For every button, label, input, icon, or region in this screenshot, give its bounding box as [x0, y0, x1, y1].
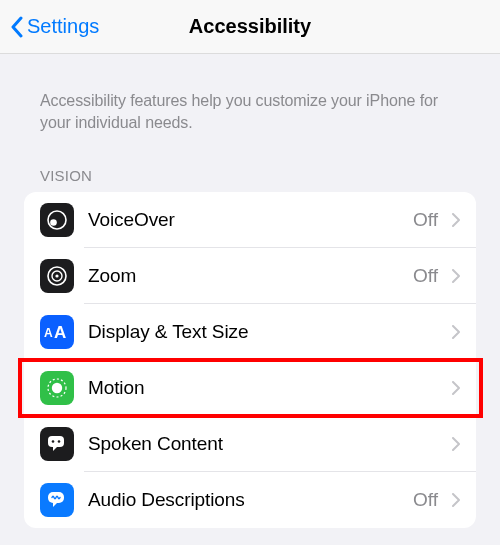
row-audio-descriptions[interactable]: Audio Descriptions Off [24, 472, 476, 528]
svg-point-4 [55, 275, 58, 278]
section-header-vision: VISION [0, 133, 500, 192]
chevron-right-icon [452, 325, 460, 339]
voiceover-icon [40, 203, 74, 237]
chevron-right-icon [452, 269, 460, 283]
zoom-icon [40, 259, 74, 293]
spoken-icon [40, 427, 74, 461]
row-value: Off [413, 209, 442, 231]
row-value: Off [413, 265, 442, 287]
svg-rect-9 [48, 436, 64, 447]
row-motion[interactable]: Motion [24, 360, 476, 416]
svg-point-10 [52, 440, 55, 443]
page-description: Accessibility features help you customiz… [0, 54, 500, 133]
chevron-left-icon [10, 16, 23, 38]
back-label: Settings [27, 15, 99, 38]
chevron-right-icon [452, 493, 460, 507]
svg-point-0 [48, 211, 66, 229]
row-voiceover[interactable]: VoiceOver Off [24, 192, 476, 248]
svg-point-11 [58, 440, 61, 443]
chevron-right-icon [452, 213, 460, 227]
row-label: Motion [74, 377, 438, 399]
svg-text:A: A [54, 324, 66, 340]
svg-point-1 [50, 219, 57, 226]
chevron-right-icon [452, 381, 460, 395]
textsize-icon: A A [40, 315, 74, 349]
row-label: Audio Descriptions [74, 489, 413, 511]
row-zoom[interactable]: Zoom Off [24, 248, 476, 304]
back-button[interactable]: Settings [0, 15, 99, 38]
row-value: Off [413, 489, 442, 511]
audiodesc-icon [40, 483, 74, 517]
row-label: Display & Text Size [74, 321, 438, 343]
navbar: Settings Accessibility [0, 0, 500, 54]
row-label: VoiceOver [74, 209, 413, 231]
row-label: Spoken Content [74, 433, 438, 455]
vision-list: VoiceOver Off Zoom Off A A Display & Tex… [24, 192, 476, 528]
motion-icon [40, 371, 74, 405]
row-display-text-size[interactable]: A A Display & Text Size [24, 304, 476, 360]
svg-text:A: A [44, 326, 53, 340]
row-label: Zoom [74, 265, 413, 287]
row-spoken-content[interactable]: Spoken Content [24, 416, 476, 472]
chevron-right-icon [452, 437, 460, 451]
svg-point-8 [52, 383, 62, 393]
